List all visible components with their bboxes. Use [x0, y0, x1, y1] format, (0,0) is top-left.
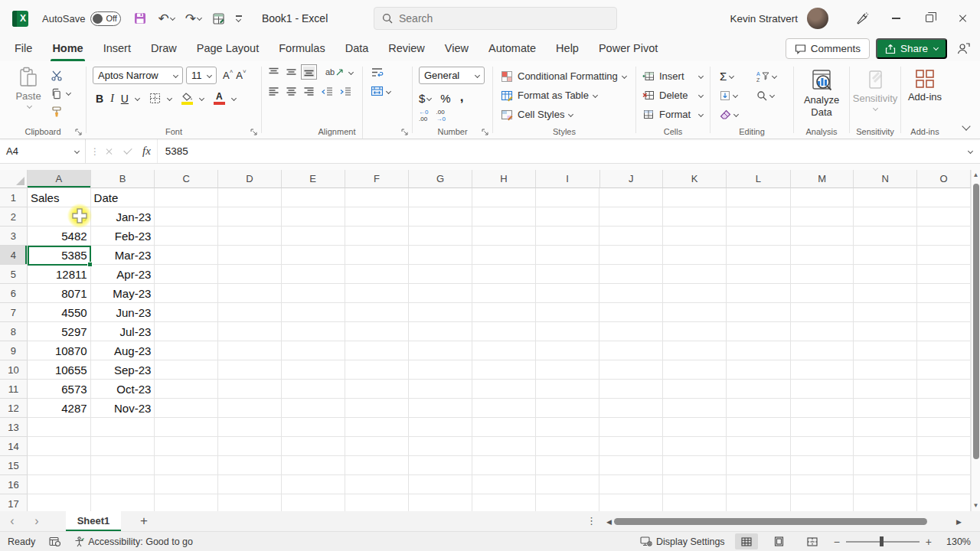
- hscroll-right-icon[interactable]: ▶: [956, 518, 962, 526]
- cell-B3[interactable]: Feb-23: [91, 227, 155, 246]
- tab-page-layout[interactable]: Page Layout: [187, 37, 269, 61]
- cell-L7[interactable]: [727, 303, 791, 322]
- cell-N13[interactable]: [854, 418, 917, 437]
- cell-H7[interactable]: [472, 303, 536, 322]
- cell-L6[interactable]: [727, 284, 791, 303]
- column-header-C[interactable]: C: [155, 170, 218, 188]
- cell-O13[interactable]: [917, 418, 971, 437]
- font-color-button[interactable]: A: [214, 92, 225, 105]
- cell-F3[interactable]: [345, 227, 410, 246]
- alignment-dialog-launcher-icon[interactable]: [401, 129, 408, 135]
- row-header-15[interactable]: 15: [0, 456, 28, 475]
- cell-L13[interactable]: [727, 418, 791, 437]
- cell-F8[interactable]: [345, 322, 410, 341]
- cell-B2[interactable]: Jan-23: [91, 207, 155, 227]
- cell-A14[interactable]: [28, 437, 91, 456]
- row-header-6[interactable]: 6: [0, 284, 28, 303]
- row-header-4[interactable]: 4: [0, 246, 28, 265]
- cell-D8[interactable]: [218, 322, 282, 341]
- column-header-B[interactable]: B: [91, 170, 155, 188]
- cell-E3[interactable]: [282, 227, 345, 246]
- cell-J17[interactable]: [599, 494, 663, 511]
- cell-C5[interactable]: [155, 265, 218, 284]
- cell-M6[interactable]: [791, 284, 854, 303]
- cell-N15[interactable]: [854, 456, 917, 475]
- cell-I12[interactable]: [536, 399, 600, 418]
- percent-style-button[interactable]: %: [440, 92, 450, 105]
- row-header-13[interactable]: 13: [0, 418, 28, 437]
- cell-D7[interactable]: [218, 303, 282, 322]
- cell-H15[interactable]: [472, 456, 536, 475]
- cell-H16[interactable]: [472, 475, 536, 494]
- cell-O10[interactable]: [917, 360, 971, 380]
- cell-B8[interactable]: Jul-23: [91, 322, 155, 341]
- cell-J13[interactable]: [599, 418, 663, 437]
- column-header-H[interactable]: H: [472, 170, 536, 188]
- clipboard-dialog-launcher-icon[interactable]: [75, 129, 82, 135]
- cell-D15[interactable]: [218, 456, 282, 475]
- cell-H6[interactable]: [472, 284, 536, 303]
- cell-D13[interactable]: [218, 418, 282, 437]
- cell-A5[interactable]: 12811: [28, 265, 91, 284]
- cell-O6[interactable]: [917, 284, 971, 303]
- cell-F14[interactable]: [345, 437, 410, 456]
- column-header-E[interactable]: E: [282, 170, 345, 188]
- cell-J15[interactable]: [599, 456, 663, 475]
- cell-F11[interactable]: [345, 380, 410, 399]
- cell-A8[interactable]: 5297: [28, 322, 91, 341]
- enter-icon[interactable]: [123, 145, 132, 154]
- cell-M11[interactable]: [791, 380, 854, 399]
- cell-F9[interactable]: [345, 341, 410, 360]
- tab-review[interactable]: Review: [378, 37, 435, 61]
- cell-C16[interactable]: [155, 475, 218, 494]
- cell-J6[interactable]: [599, 284, 663, 303]
- cell-K16[interactable]: [663, 475, 727, 494]
- cell-L5[interactable]: [727, 265, 791, 284]
- prev-sheet-icon[interactable]: ‹: [0, 511, 24, 531]
- cell-O2[interactable]: [917, 207, 971, 227]
- cell-D10[interactable]: [218, 360, 282, 380]
- macro-record-icon[interactable]: [49, 536, 60, 546]
- cell-I9[interactable]: [536, 341, 600, 360]
- cell-E12[interactable]: [282, 399, 345, 418]
- cell-N12[interactable]: [854, 399, 917, 418]
- column-header-O[interactable]: O: [917, 170, 971, 188]
- cell-A16[interactable]: [28, 475, 91, 494]
- cell-B13[interactable]: [91, 418, 155, 437]
- cell-K17[interactable]: [663, 494, 727, 511]
- cell-D1[interactable]: [218, 188, 282, 207]
- cell-G1[interactable]: [409, 188, 472, 207]
- cell-G10[interactable]: [409, 360, 472, 380]
- format-cells-button[interactable]: Format: [642, 105, 710, 124]
- undo-button[interactable]: ↶: [158, 12, 174, 25]
- cell-H2[interactable]: [472, 207, 536, 227]
- cell-E4[interactable]: [282, 246, 345, 265]
- cell-F4[interactable]: [345, 246, 410, 265]
- font-dialog-launcher-icon[interactable]: [250, 129, 257, 135]
- comma-style-button[interactable]: ,: [460, 90, 464, 105]
- cell-D17[interactable]: [218, 494, 282, 511]
- page-break-preview-button[interactable]: [801, 533, 824, 549]
- font-color-dropdown-icon[interactable]: [231, 96, 237, 101]
- row-header-2[interactable]: 2: [0, 207, 28, 227]
- cell-E9[interactable]: [282, 341, 345, 360]
- row-header-1[interactable]: 1: [0, 188, 28, 207]
- cell-F13[interactable]: [345, 418, 410, 437]
- scroll-down-icon[interactable]: ▼: [973, 500, 979, 511]
- cell-K7[interactable]: [663, 303, 727, 322]
- cell-B1[interactable]: Date: [91, 188, 155, 207]
- cell-I10[interactable]: [536, 360, 600, 380]
- cell-F10[interactable]: [345, 360, 410, 380]
- close-button[interactable]: [946, 0, 980, 37]
- cell-J7[interactable]: [599, 303, 663, 322]
- fill-button[interactable]: [720, 90, 756, 101]
- cell-F6[interactable]: [345, 284, 410, 303]
- search-box[interactable]: [374, 7, 617, 30]
- tab-automate[interactable]: Automate: [479, 37, 546, 61]
- restore-button[interactable]: [913, 0, 946, 37]
- borders-button[interactable]: [149, 93, 161, 104]
- column-header-D[interactable]: D: [218, 170, 282, 188]
- cell-H9[interactable]: [472, 341, 536, 360]
- cell-F2[interactable]: [345, 207, 410, 227]
- column-header-F[interactable]: F: [345, 170, 410, 188]
